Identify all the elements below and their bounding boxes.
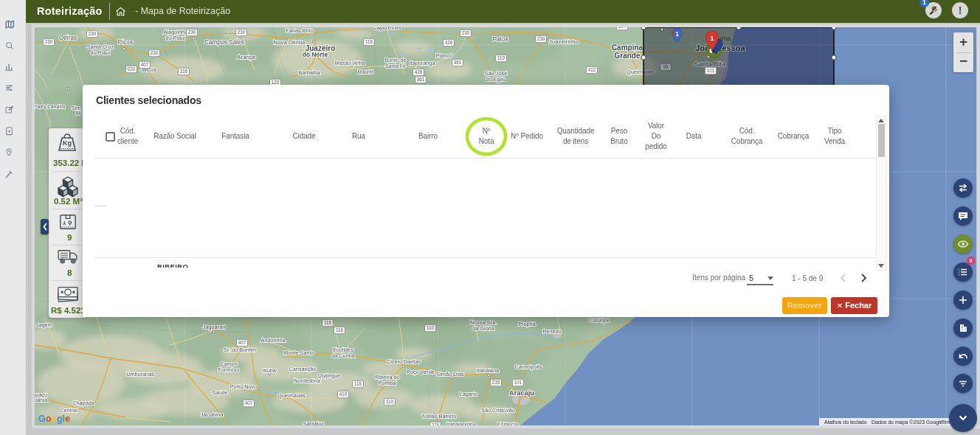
svg-text:Atalhos do teclado: Atalhos do teclado — [824, 420, 867, 425]
svg-text:Penedo: Penedo — [542, 328, 561, 335]
svg-text:Santa Rita: Santa Rita — [694, 60, 725, 68]
svg-text:Itiúba: Itiúba — [263, 367, 277, 374]
svg-text:Barbalha: Barbalha — [298, 69, 320, 76]
svg-text:116: 116 — [336, 327, 344, 333]
svg-text:São Cristóvão: São Cristóvão — [481, 407, 515, 414]
svg-text:Poço Verde: Poço Verde — [407, 369, 435, 375]
svg-text:110: 110 — [497, 55, 505, 60]
svg-text:Kg: Kg — [63, 139, 72, 147]
svg-text:Carmópolis: Carmópolis — [515, 363, 542, 370]
svg-text:Mauriti: Mauriti — [358, 69, 373, 74]
svg-text:316: 316 — [180, 69, 188, 74]
svg-text:Campos Sales: Campos Sales — [204, 38, 244, 46]
svg-text:230: 230 — [188, 29, 196, 35]
svg-text:Farias Brito: Farias Brito — [286, 27, 313, 34]
svg-text:Santaluz: Santaluz — [303, 420, 325, 425]
svg-text:Aracaju: Aracaju — [509, 389, 534, 397]
svg-text:230: 230 — [45, 39, 53, 44]
svg-text:Santa Fé: Santa Fé — [385, 63, 406, 69]
svg-text:Monte Santo: Monte Santo — [283, 349, 314, 356]
svg-text:Oeiras: Oeiras — [59, 34, 77, 41]
svg-text:Estância: Estância — [497, 421, 519, 425]
svg-text:da Glória: da Glória — [472, 325, 495, 332]
svg-text:361: 361 — [417, 77, 425, 82]
svg-text:Paes Landim: Paes Landim — [35, 103, 65, 110]
svg-text:Cicero Dantas: Cicero Dantas — [387, 358, 421, 365]
svg-text:426: 426 — [415, 69, 423, 74]
svg-text:Itabaiana: Itabaiana — [477, 367, 500, 374]
svg-text:230: 230 — [462, 30, 470, 35]
svg-text:sagem: sagem — [36, 321, 52, 328]
svg-text:e: e — [65, 414, 70, 424]
svg-text:407: 407 — [238, 340, 246, 345]
svg-text:Tobias Barreto: Tobias Barreto — [421, 413, 456, 420]
svg-text:101: 101 — [707, 68, 715, 73]
svg-text:101: 101 — [514, 380, 522, 385]
svg-text:Lagarto: Lagarto — [460, 391, 478, 397]
svg-text:116: 116 — [354, 381, 362, 386]
svg-text:do Piauí: do Piauí — [166, 35, 186, 41]
svg-text:230: 230 — [89, 31, 97, 36]
svg-text:215: 215 — [432, 422, 440, 425]
svg-text:Campina: Campina — [612, 44, 643, 52]
svg-text:Umburanas: Umburanas — [126, 371, 154, 377]
svg-text:1: 1 — [710, 34, 714, 42]
svg-text:do Norte: do Norte — [303, 51, 328, 58]
svg-text:Itabaianinha: Itabaianinha — [446, 421, 477, 425]
svg-text:Cansanção: Cansanção — [289, 366, 317, 372]
svg-text:Andorinha: Andorinha — [260, 337, 286, 344]
svg-text:Itaporanga: Itaporanga — [410, 60, 436, 66]
svg-text:Piancó: Piancó — [436, 52, 452, 59]
svg-text:Nova Olinda: Nova Olinda — [274, 39, 306, 46]
svg-text:Chapada: Chapada — [72, 400, 95, 406]
svg-text:Bonito de: Bonito de — [385, 58, 407, 63]
svg-text:020: 020 — [128, 66, 136, 72]
svg-text:do Egito: do Egito — [486, 76, 506, 83]
svg-text:Sr. do Bonfim: Sr. do Bonfim — [224, 347, 256, 353]
svg-text:aquaçu: aquaçu — [35, 392, 47, 398]
svg-text:Dados do mapa ©2023 Google: Dados do mapa ©2023 Google — [872, 420, 943, 425]
svg-text:116: 116 — [365, 39, 373, 44]
svg-text:Jaguarari: Jaguarari — [203, 324, 226, 330]
svg-text:Formoso: Formoso — [218, 366, 240, 373]
svg-text:da Cunha: da Cunha — [331, 352, 356, 359]
svg-text:Queimadas: Queimadas — [277, 392, 306, 399]
svg-text:407: 407 — [245, 400, 253, 406]
svg-text:do Piauí: do Piauí — [91, 49, 111, 56]
svg-text:Quijingue: Quijingue — [318, 372, 341, 379]
svg-text:g: g — [57, 414, 63, 424]
svg-text:104: 104 — [618, 27, 627, 29]
svg-text:M: M — [76, 110, 80, 116]
svg-text:Juazeirinho: Juazeirinho — [549, 38, 579, 45]
svg-text:110: 110 — [427, 325, 435, 330]
svg-text:Saúde: Saúde — [212, 389, 227, 396]
svg-text:110: 110 — [386, 399, 394, 404]
svg-text:407: 407 — [141, 62, 149, 67]
svg-text:Jacobina: Jacobina — [200, 411, 224, 418]
svg-text:410: 410 — [339, 392, 348, 397]
svg-text:235: 235 — [492, 380, 500, 385]
svg-text:1: 1 — [675, 30, 679, 38]
svg-text:116: 116 — [324, 320, 332, 325]
svg-text:Patos: Patos — [492, 35, 508, 43]
svg-text:Grande: Grande — [614, 52, 640, 60]
svg-text:Nordestina: Nordestina — [294, 377, 320, 384]
svg-text:Coruripe: Coruripe — [589, 317, 610, 324]
svg-text:Cajazeiras: Cajazeiras — [372, 27, 401, 31]
svg-text:230: 230 — [151, 50, 159, 55]
svg-text:230: 230 — [537, 36, 545, 41]
svg-text:Pombal: Pombal — [379, 380, 397, 386]
svg-text:Central: Central — [60, 407, 77, 414]
svg-text:426: 426 — [445, 40, 453, 45]
svg-text:230: 230 — [238, 29, 246, 35]
svg-text:361: 361 — [454, 60, 462, 65]
svg-text:G: G — [38, 414, 46, 424]
svg-text:Porto Novo: Porto Novo — [230, 383, 258, 390]
svg-text:Propriá: Propriá — [518, 321, 536, 327]
svg-text:Missão Velha: Missão Velha — [335, 60, 365, 66]
svg-text:Picos: Picos — [118, 38, 133, 46]
svg-text:Araripe: Araripe — [237, 54, 255, 60]
svg-text:Simão Dias: Simão Dias — [436, 371, 464, 377]
svg-text:412: 412 — [588, 67, 596, 72]
